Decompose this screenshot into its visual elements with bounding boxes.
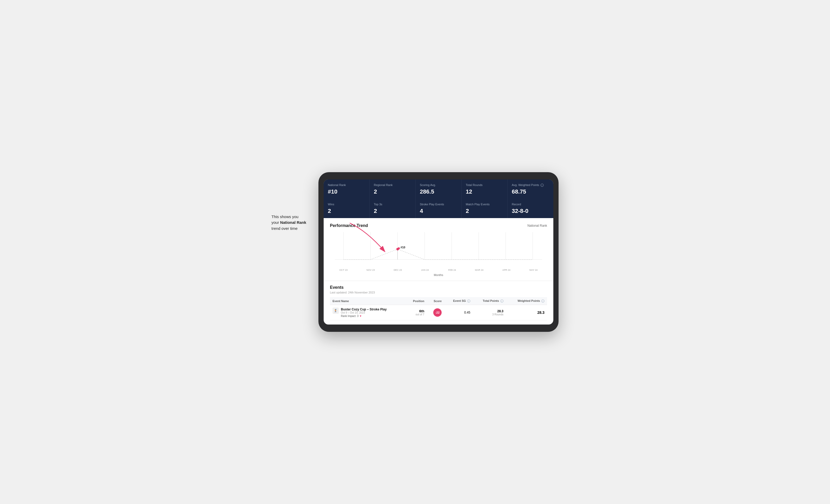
stat-total-rounds-value: 12 — [466, 188, 503, 195]
stat-top3s-label: Top 3s — [374, 202, 411, 206]
annotation-text: This shows you your National Rank trend … — [272, 214, 306, 232]
events-header: Events — [330, 285, 547, 290]
stat-regional-rank-value: 2 — [374, 188, 411, 195]
col-weighted-points: Weighted Points i — [506, 297, 547, 305]
trend-header: Performance Trend National Rank — [330, 223, 547, 228]
event-name: Buster Cozy Cup – Stroke Play — [341, 308, 387, 311]
events-table: Event Name Position Score Event SG i Tot… — [330, 297, 547, 321]
col-position: Position — [406, 297, 427, 305]
stat-scoring-avg: Scoring Avg. 286.5 — [416, 179, 461, 199]
stat-top3s: Top 3s 2 — [370, 199, 415, 218]
info-icon-weighted-points: i — [541, 300, 544, 303]
chart-x-label-dec23: DEC 23 — [384, 269, 411, 271]
stat-stroke-play-label: Stroke Play Events — [420, 202, 457, 206]
stat-regional-rank: Regional Rank 2 — [370, 179, 415, 199]
event-name-col: 🏌 Buster Cozy Cup – Stroke Play Oct 9 – … — [332, 308, 403, 317]
svg-text:#10: #10 — [401, 246, 405, 249]
stat-stroke-play-value: 4 — [420, 208, 457, 214]
chart-x-label-nov23: NOV 23 — [357, 269, 384, 271]
stat-avg-weighted-value: 68.75 — [512, 188, 549, 195]
trend-title: Performance Trend — [330, 223, 368, 228]
event-type-icon: 🏌 — [332, 308, 339, 314]
chart-x-label-oct23: OCT 23 — [330, 269, 357, 271]
stat-stroke-play: Stroke Play Events 4 — [416, 199, 461, 218]
stat-avg-weighted: Avg. Weighted Points i 68.75 — [508, 179, 553, 199]
event-date: Oct 9 – Oct 10, 2023 — [341, 311, 387, 314]
stat-avg-weighted-label: Avg. Weighted Points i — [512, 183, 549, 187]
event-sg-cell: 0.45 — [444, 305, 473, 321]
stats-row2: Wins 2 Top 3s 2 Stroke Play Events 4 Mat… — [324, 199, 553, 218]
tablet-screen: National Rank #10 Regional Rank 2 Scorin… — [324, 179, 553, 325]
table-row: 🏌 Buster Cozy Cup – Stroke Play Oct 9 – … — [330, 305, 547, 321]
col-event-name: Event Name — [330, 297, 406, 305]
chart-x-label-may24: MAY 24 — [520, 269, 547, 271]
svg-point-12 — [398, 247, 400, 249]
stat-match-play-value: 2 — [466, 208, 503, 214]
chart-x-labels: OCT 23 NOV 23 DEC 23 JAN 24 FEB 24 MAR 2… — [330, 268, 547, 272]
col-total-points: Total Points i — [473, 297, 506, 305]
stat-scoring-avg-value: 286.5 — [420, 188, 457, 195]
chart-x-label-feb24: FEB 24 — [439, 269, 466, 271]
event-total-rounds: 3 Rounds — [476, 313, 504, 316]
stat-record-value: 32-8-0 — [512, 208, 549, 214]
info-icon-total-points: i — [500, 300, 504, 303]
events-last-updated: Last updated: 24th November 2023 — [330, 291, 547, 294]
event-weighted-points-cell: 28.3 — [506, 305, 547, 321]
event-weighted-points: 28.3 — [537, 310, 544, 314]
stat-wins: Wins 2 — [324, 199, 369, 218]
chart-x-label-jan24: JAN 24 — [411, 269, 439, 271]
stat-match-play: Match Play Events 2 — [462, 199, 507, 218]
event-score-cell: -22 — [427, 305, 444, 321]
table-header-row: Event Name Position Score Event SG i Tot… — [330, 297, 547, 305]
event-total-points: 28.3 — [476, 309, 504, 313]
events-title: Events — [330, 285, 547, 290]
stat-national-rank-value: #10 — [328, 188, 365, 195]
stat-regional-rank-label: Regional Rank — [374, 183, 411, 187]
stat-top3s-value: 2 — [374, 208, 411, 214]
performance-chart: #10 — [330, 232, 547, 266]
stat-national-rank: National Rank #10 — [324, 179, 369, 199]
info-icon-avg-weighted: i — [541, 183, 544, 187]
stat-wins-value: 2 — [328, 208, 365, 214]
col-event-sg: Event SG i — [444, 297, 473, 305]
chart-svg: #10 — [330, 232, 547, 266]
trend-axis-label: National Rank — [528, 224, 547, 228]
event-position-sub: out of 7 — [409, 313, 424, 316]
chart-x-label-apr24: APR 24 — [493, 269, 520, 271]
event-position: 6th — [409, 309, 424, 313]
stat-wins-label: Wins — [328, 202, 365, 206]
stat-match-play-label: Match Play Events — [466, 202, 503, 206]
chart-x-label-mar24: MAR 24 — [466, 269, 493, 271]
event-sg-value: 0.45 — [464, 311, 470, 314]
stat-total-rounds-label: Total Rounds — [466, 183, 503, 187]
stat-record: Record 32-8-0 — [508, 199, 553, 218]
chart-x-axis-title: Months — [330, 273, 547, 276]
tablet-frame: National Rank #10 Regional Rank 2 Scorin… — [318, 172, 558, 332]
stat-total-rounds: Total Rounds 12 — [462, 179, 507, 199]
col-score: Score — [427, 297, 444, 305]
trend-section: Performance Trend National Rank — [324, 218, 553, 281]
event-name-cell: 🏌 Buster Cozy Cup – Stroke Play Oct 9 – … — [330, 305, 406, 321]
event-score-badge: -22 — [433, 308, 442, 317]
events-section: Events Last updated: 24th November 2023 … — [324, 281, 553, 325]
stats-row1: National Rank #10 Regional Rank 2 Scorin… — [324, 179, 553, 199]
stat-scoring-avg-label: Scoring Avg. — [420, 183, 457, 187]
stat-record-label: Record — [512, 202, 549, 206]
event-total-points-cell: 28.3 3 Rounds — [473, 305, 506, 321]
stat-national-rank-label: National Rank — [328, 183, 365, 187]
rank-impact: Rank Impact: 3 ▼ — [341, 314, 387, 317]
info-icon-event-sg: i — [467, 300, 470, 303]
rank-impact-arrow-icon: ▼ — [359, 314, 362, 317]
event-info: Buster Cozy Cup – Stroke Play Oct 9 – Oc… — [341, 308, 387, 317]
event-position-cell: 6th out of 7 — [406, 305, 427, 321]
